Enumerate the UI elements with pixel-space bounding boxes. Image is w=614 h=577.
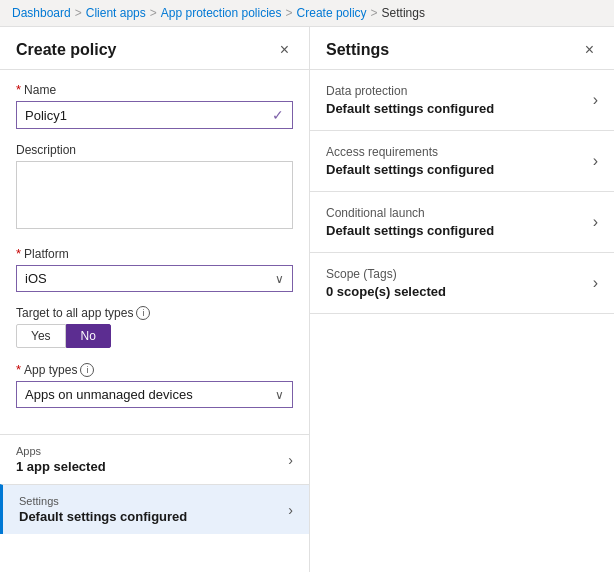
right-panel-close-button[interactable]: × (581, 41, 598, 59)
left-panel-header: Create policy × (0, 27, 309, 70)
platform-select[interactable]: iOS Android (17, 266, 292, 291)
settings-item-data-protection[interactable]: Data protection Default settings configu… (310, 70, 614, 131)
nav-item-settings-chevron: › (288, 502, 293, 518)
settings-item-scope-tags[interactable]: Scope (Tags) 0 scope(s) selected › (310, 253, 614, 314)
app-types-info-icon: i (80, 363, 94, 377)
name-required-star: * (16, 82, 21, 97)
right-panel-header: Settings × (310, 27, 614, 70)
target-toggle-row: Yes No (16, 324, 293, 348)
settings-item-access-requirements[interactable]: Access requirements Default settings con… (310, 131, 614, 192)
settings-panel: Settings × Data protection Default setti… (310, 27, 614, 572)
settings-item-conditional-launch-content: Conditional launch Default settings conf… (326, 206, 494, 238)
description-label: Description (16, 143, 293, 157)
platform-label: * Platform (16, 246, 293, 261)
description-label-text: Description (16, 143, 76, 157)
name-check-icon: ✓ (272, 107, 284, 123)
target-info-icon: i (136, 306, 150, 320)
settings-item-data-protection-title: Data protection (326, 84, 494, 98)
description-input[interactable] (16, 161, 293, 229)
nav-item-apps-subtitle: 1 app selected (16, 459, 106, 474)
target-label: Target to all app types i (16, 306, 293, 320)
settings-item-data-protection-value: Default settings configured (326, 101, 494, 116)
settings-item-access-requirements-content: Access requirements Default settings con… (326, 145, 494, 177)
name-label-text: Name (24, 83, 56, 97)
settings-item-access-requirements-title: Access requirements (326, 145, 494, 159)
breadcrumb-sep-4: > (371, 6, 378, 20)
platform-select-wrapper[interactable]: iOS Android (16, 265, 293, 292)
nav-item-apps-content: Apps 1 app selected (16, 445, 106, 474)
breadcrumb-sep-1: > (75, 6, 82, 20)
settings-item-scope-tags-content: Scope (Tags) 0 scope(s) selected (326, 267, 446, 299)
breadcrumb-dashboard[interactable]: Dashboard (12, 6, 71, 20)
nav-item-settings-subtitle: Default settings configured (19, 509, 187, 524)
target-no-button[interactable]: No (66, 324, 111, 348)
app-types-field-group: * App types i Apps on unmanaged devices … (16, 362, 293, 408)
nav-item-settings[interactable]: Settings Default settings configured › (0, 484, 309, 534)
nav-item-settings-title: Settings (19, 495, 187, 507)
platform-field-group: * Platform iOS Android (16, 246, 293, 292)
target-field-group: Target to all app types i Yes No (16, 306, 293, 348)
app-types-label-text: App types (24, 363, 77, 377)
breadcrumb-app-protection[interactable]: App protection policies (161, 6, 282, 20)
app-types-select[interactable]: Apps on unmanaged devices All apps Manag… (17, 382, 292, 407)
settings-item-data-protection-chevron: › (593, 91, 598, 109)
target-label-text: Target to all app types (16, 306, 133, 320)
name-input[interactable] (25, 108, 272, 123)
nav-item-settings-content: Settings Default settings configured (19, 495, 187, 524)
nav-item-apps[interactable]: Apps 1 app selected › (0, 434, 309, 484)
breadcrumb-client-apps[interactable]: Client apps (86, 6, 146, 20)
left-panel-title: Create policy (16, 41, 116, 59)
settings-list: Data protection Default settings configu… (310, 70, 614, 314)
breadcrumb-sep-3: > (286, 6, 293, 20)
app-types-select-wrapper[interactable]: Apps on unmanaged devices All apps Manag… (16, 381, 293, 408)
settings-item-conditional-launch-value: Default settings configured (326, 223, 494, 238)
nav-item-apps-title: Apps (16, 445, 106, 457)
right-panel-title: Settings (326, 41, 389, 59)
left-panel-close-button[interactable]: × (276, 41, 293, 59)
settings-item-conditional-launch-chevron: › (593, 213, 598, 231)
settings-item-scope-tags-title: Scope (Tags) (326, 267, 446, 281)
settings-item-scope-tags-value: 0 scope(s) selected (326, 284, 446, 299)
breadcrumb: Dashboard > Client apps > App protection… (0, 0, 614, 27)
platform-required-star: * (16, 246, 21, 261)
settings-item-data-protection-content: Data protection Default settings configu… (326, 84, 494, 116)
app-types-label: * App types i (16, 362, 293, 377)
name-input-wrapper[interactable]: ✓ (16, 101, 293, 129)
description-field-group: Description (16, 143, 293, 232)
breadcrumb-sep-2: > (150, 6, 157, 20)
app-types-required-star: * (16, 362, 21, 377)
settings-item-access-requirements-chevron: › (593, 152, 598, 170)
settings-item-scope-tags-chevron: › (593, 274, 598, 292)
breadcrumb-create-policy[interactable]: Create policy (297, 6, 367, 20)
nav-item-apps-chevron: › (288, 452, 293, 468)
settings-item-conditional-launch[interactable]: Conditional launch Default settings conf… (310, 192, 614, 253)
settings-item-conditional-launch-title: Conditional launch (326, 206, 494, 220)
settings-item-access-requirements-value: Default settings configured (326, 162, 494, 177)
left-panel-body: * Name ✓ Description * Platform (0, 70, 309, 434)
target-yes-button[interactable]: Yes (16, 324, 66, 348)
name-label: * Name (16, 82, 293, 97)
create-policy-panel: Create policy × * Name ✓ Description (0, 27, 310, 572)
name-field-group: * Name ✓ (16, 82, 293, 129)
platform-label-text: Platform (24, 247, 69, 261)
breadcrumb-settings: Settings (382, 6, 425, 20)
